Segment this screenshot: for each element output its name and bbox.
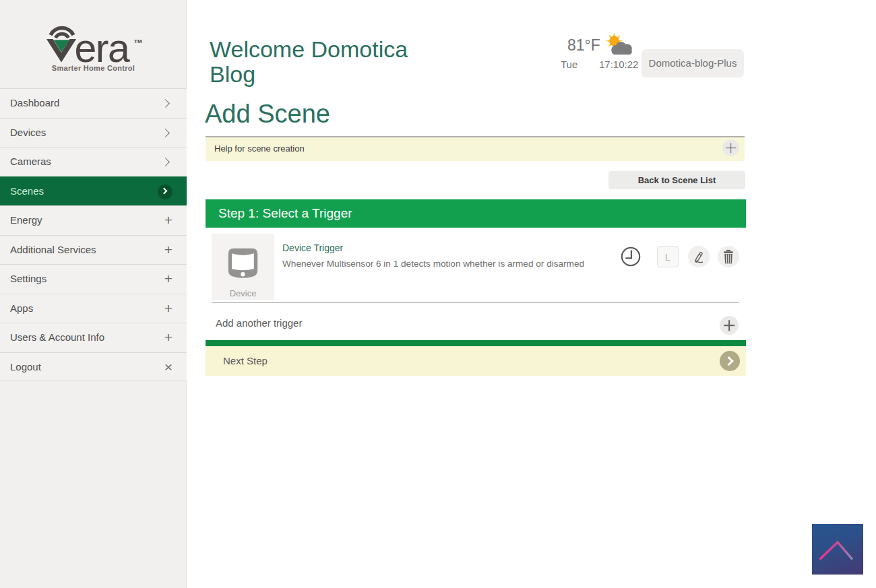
svg-text:TM: TM	[134, 38, 142, 44]
svg-text:Smarter Home Control: Smarter Home Control	[52, 64, 135, 72]
